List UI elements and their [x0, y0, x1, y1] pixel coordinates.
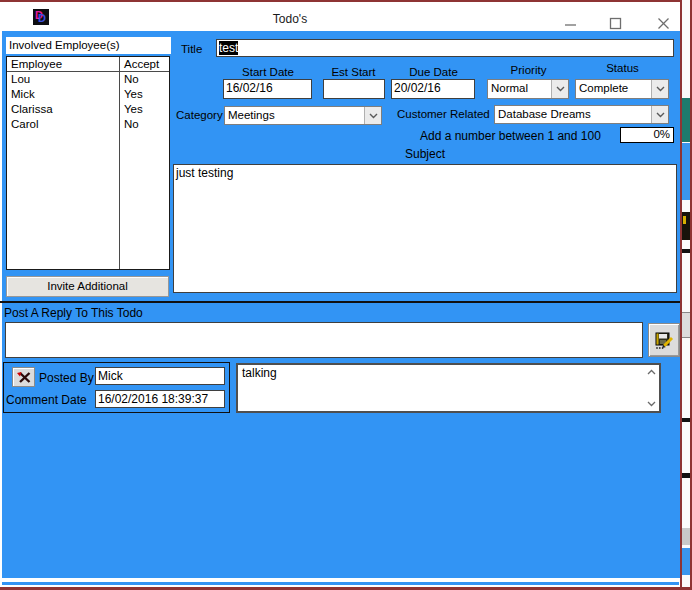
background-patch — [682, 418, 690, 422]
chevron-down-icon — [656, 112, 665, 118]
titlebar[interactable]: DD Todo's — [0, 2, 680, 31]
comment-date-field[interactable]: 16/02/2016 18:39:37 — [95, 390, 225, 408]
employee-row[interactable]: Mick Yes — [7, 87, 169, 102]
involved-employees-label: Involved Employee(s) — [6, 37, 171, 54]
post-reply-label: Post A Reply To This Todo — [4, 306, 143, 320]
background-patch — [682, 548, 690, 575]
scroll-up-icon[interactable] — [646, 368, 657, 376]
background-patch — [682, 473, 690, 478]
employee-listbox[interactable]: Employee Accept Lou No Mick Yes Clarissa… — [6, 56, 170, 270]
title-label: Title — [181, 43, 202, 55]
maximize-icon — [609, 17, 622, 30]
posted-by-label: Posted By — [39, 371, 94, 385]
background-patch — [682, 249, 690, 253]
employee-column-header: Employee — [11, 58, 62, 70]
subject-label: Subject — [173, 147, 677, 161]
background-patch — [682, 528, 690, 545]
delete-comment-button[interactable] — [12, 367, 35, 387]
chevron-down-icon — [369, 113, 378, 119]
percent-hint-label: Add a number between 1 and 100 — [420, 129, 601, 143]
reply-input[interactable] — [5, 322, 643, 358]
selected-text: test — [219, 41, 238, 55]
background-window-sliver — [682, 0, 692, 590]
background-patch — [682, 98, 690, 142]
start-date-input[interactable]: 16/02/16 — [223, 79, 312, 99]
delete-record-icon — [16, 371, 32, 384]
category-value: Meetings — [225, 107, 381, 121]
category-dropdown[interactable]: Meetings — [224, 106, 382, 125]
chevron-down-icon — [556, 86, 565, 92]
employee-row[interactable]: Lou No — [7, 72, 169, 87]
title-input[interactable]: test — [216, 39, 674, 57]
subject-textarea[interactable]: just testing — [173, 164, 677, 293]
todos-window: DD Todo's Involved Employee(s) Employee … — [0, 0, 692, 590]
background-patch — [682, 312, 690, 338]
scroll-down-icon[interactable] — [646, 400, 657, 408]
bottom-blue-strip — [2, 582, 679, 585]
close-button[interactable] — [649, 14, 677, 32]
employee-name: Clarissa — [11, 103, 53, 115]
minimize-icon — [564, 17, 577, 30]
maximize-button[interactable] — [601, 14, 629, 32]
invite-additional-button[interactable]: Invite Additional — [6, 276, 169, 297]
percent-input[interactable]: 0% — [620, 127, 674, 143]
customer-dropdown-button[interactable] — [651, 106, 668, 123]
due-date-label: Due Date — [391, 66, 476, 78]
background-patch — [682, 212, 690, 240]
employee-accept: No — [124, 73, 139, 85]
customer-related-dropdown[interactable]: Database Dreams — [494, 105, 669, 124]
employee-row[interactable]: Carol No — [7, 117, 169, 132]
comment-date-label: Comment Date — [6, 393, 87, 407]
employee-list-header: Employee Accept — [7, 57, 169, 72]
save-reply-button[interactable] — [648, 323, 680, 357]
employee-name: Carol — [11, 118, 38, 130]
employee-accept: Yes — [124, 103, 143, 115]
category-dropdown-button[interactable] — [364, 107, 381, 124]
priority-label: Priority — [488, 64, 569, 76]
status-dropdown-button[interactable] — [651, 80, 668, 98]
priority-dropdown[interactable]: Normal — [487, 79, 569, 99]
employee-name: Mick — [11, 88, 35, 100]
posted-by-field[interactable]: Mick — [95, 367, 225, 385]
employee-accept: No — [124, 118, 139, 130]
close-icon — [657, 17, 670, 30]
category-label: Category — [176, 109, 223, 121]
background-patch — [682, 143, 690, 200]
status-label: Status — [576, 62, 669, 74]
customer-related-label: Customer Related — [397, 108, 490, 120]
est-start-label: Est Start — [322, 66, 385, 78]
employee-accept: Yes — [124, 88, 143, 100]
window-title: Todo's — [0, 12, 580, 26]
priority-dropdown-button[interactable] — [551, 80, 568, 98]
est-start-input[interactable] — [323, 79, 385, 99]
employee-name: Lou — [11, 73, 30, 85]
accept-column-header: Accept — [124, 58, 159, 70]
employee-row[interactable]: Clarissa Yes — [7, 102, 169, 117]
save-edit-icon — [653, 329, 675, 351]
chevron-down-icon — [656, 86, 665, 92]
customer-related-value: Database Dreams — [495, 106, 668, 120]
status-dropdown[interactable]: Complete — [575, 79, 669, 99]
start-date-label: Start Date — [223, 66, 313, 78]
comment-text: talking — [242, 366, 277, 380]
minimize-button[interactable] — [556, 14, 584, 32]
due-date-input[interactable]: 20/02/16 — [391, 79, 475, 99]
section-divider — [0, 301, 681, 303]
comment-text-box[interactable]: talking — [236, 363, 661, 413]
